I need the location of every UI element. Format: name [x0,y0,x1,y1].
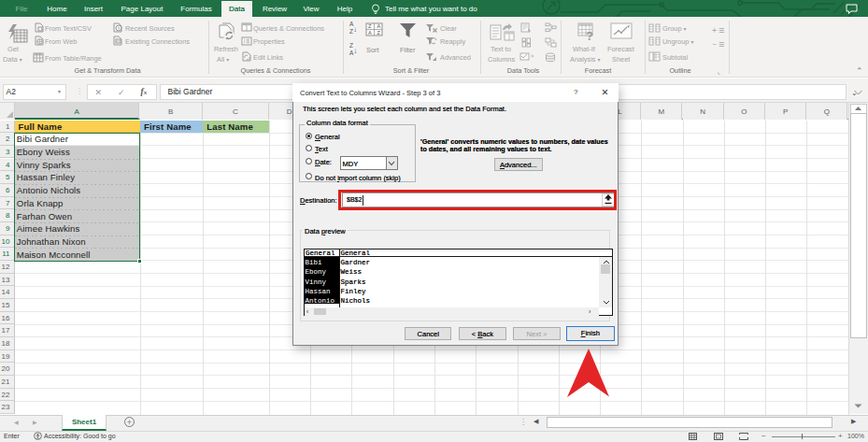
svg-text:A: A [368,30,372,36]
svg-text:A: A [377,23,381,29]
svg-text:?: ? [586,29,593,43]
